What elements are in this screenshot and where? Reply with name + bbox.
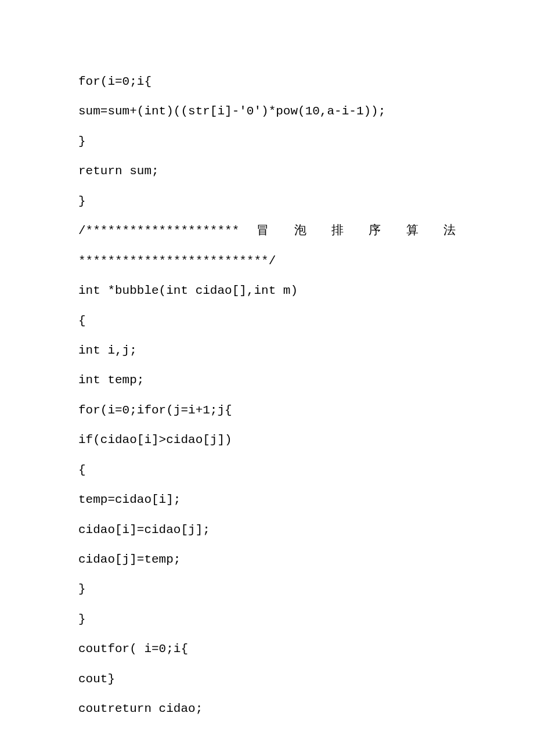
code-line: sum=sum+(int)((str[i]-'0')*pow(10,a-i-1)…	[78, 96, 456, 126]
code-line: cidao[i]=cidao[j];	[78, 515, 456, 545]
code-line: coutreturn cidao;	[78, 694, 456, 723]
code-line: cout}	[78, 664, 456, 694]
comment-char: 泡	[294, 216, 306, 246]
code-line: }	[78, 574, 456, 604]
code-line: int *bubble(int cidao[],int m)	[78, 276, 456, 305]
comment-title-chars: 冒 泡 排 序 算 法	[239, 216, 456, 246]
comment-asterisks-left: /*********************	[78, 216, 239, 246]
code-line-comment-header: /********************* 冒 泡 排 序 算 法	[78, 216, 456, 246]
code-line: }	[78, 186, 456, 216]
code-line: **************************/	[78, 246, 456, 276]
code-line: {	[78, 306, 456, 336]
code-line: int temp;	[78, 365, 456, 395]
comment-char: 排	[331, 216, 344, 246]
code-line: for(i=0;i{	[78, 67, 456, 96]
code-line: }	[78, 127, 456, 156]
code-line: cidao[j]=temp;	[78, 545, 456, 574]
comment-char: 法	[443, 216, 456, 246]
code-line: temp=cidao[i];	[78, 485, 456, 514]
comment-char: 序	[369, 216, 381, 246]
comment-char: 冒	[257, 216, 269, 246]
code-line: return sum;	[78, 156, 456, 186]
document-page: for(i=0;i{ sum=sum+(int)((str[i]-'0')*po…	[0, 0, 534, 756]
code-line: coutfor( i=0;i{	[78, 634, 456, 664]
code-line: if(cidao[i]>cidao[j])	[78, 425, 456, 455]
code-line: {	[78, 455, 456, 485]
comment-char: 算	[406, 216, 418, 246]
code-line: for(i=0;ifor(j=i+1;j{	[78, 395, 456, 425]
code-line: }	[78, 604, 456, 634]
code-line: int i,j;	[78, 336, 456, 365]
